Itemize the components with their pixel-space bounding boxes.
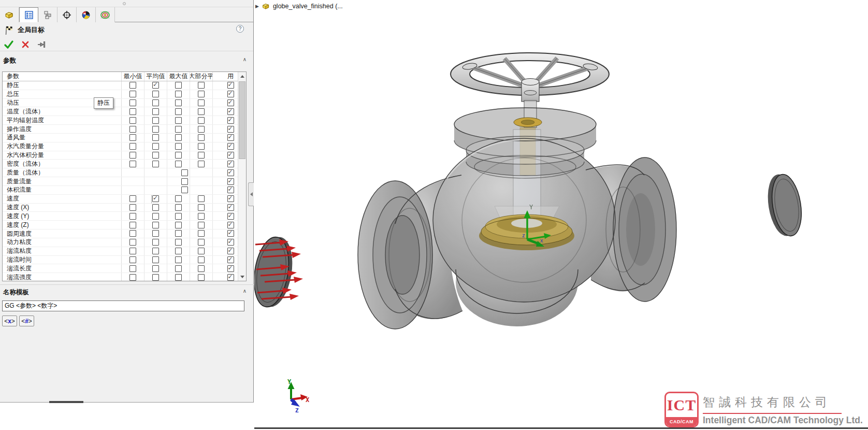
checkbox-avg[interactable] <box>152 256 159 263</box>
panel-grip-dot[interactable] <box>123 2 126 5</box>
checkbox-bulk[interactable] <box>198 265 205 272</box>
checkbox-max[interactable] <box>175 204 182 211</box>
checkbox-bulk[interactable] <box>198 108 205 115</box>
checkbox-max[interactable] <box>175 256 182 263</box>
checkbox-min[interactable] <box>129 239 136 246</box>
checkbox-bulk[interactable] <box>198 248 205 254</box>
table-row[interactable]: 速度 (X) <box>3 204 246 212</box>
checkbox-avg[interactable] <box>152 195 159 202</box>
feature-manager-tab[interactable] <box>0 7 19 22</box>
checkbox-use[interactable] <box>227 187 234 193</box>
graphics-viewport[interactable]: ▶ globe_valve_finished (... <box>254 0 868 430</box>
checkbox-avg[interactable] <box>152 108 159 115</box>
table-row[interactable]: 质量（流体） <box>3 168 246 177</box>
checkbox-min[interactable] <box>129 126 136 133</box>
table-row[interactable]: 静压 <box>3 81 246 90</box>
checkbox-avg[interactable] <box>152 204 159 211</box>
checkbox-value[interactable] <box>181 169 188 176</box>
checkbox-avg[interactable] <box>152 117 159 124</box>
property-manager-tab[interactable] <box>19 7 38 22</box>
flow-simulation-tab[interactable] <box>96 7 115 22</box>
checkbox-avg[interactable] <box>152 82 159 89</box>
checkbox-bulk[interactable] <box>198 256 205 263</box>
checkbox-avg[interactable] <box>152 239 159 246</box>
checkbox-use[interactable] <box>227 143 234 150</box>
checkbox-use[interactable] <box>227 213 234 220</box>
collapse-section-icon[interactable]: ∧ <box>243 56 247 62</box>
checkbox-use[interactable] <box>227 178 234 185</box>
checkbox-min[interactable] <box>129 143 136 150</box>
panel-collapse-handle[interactable] <box>248 182 254 206</box>
template-section-header[interactable]: 名称模板 ∧ <box>0 285 254 299</box>
checkbox-max[interactable] <box>175 248 182 254</box>
table-row[interactable]: 动力粘度 <box>3 238 246 247</box>
checkbox-min[interactable] <box>129 152 136 159</box>
checkbox-bulk[interactable] <box>198 274 205 281</box>
scroll-down-button[interactable] <box>238 273 247 281</box>
checkbox-min[interactable] <box>129 99 136 106</box>
pin-button[interactable] <box>37 40 47 49</box>
checkbox-avg[interactable] <box>152 265 159 272</box>
checkbox-use[interactable] <box>227 169 234 176</box>
checkbox-avg[interactable] <box>152 274 159 281</box>
checkbox-min[interactable] <box>129 274 136 281</box>
checkbox-min[interactable] <box>129 82 136 89</box>
checkbox-max[interactable] <box>175 161 182 167</box>
checkbox-use[interactable] <box>227 126 234 133</box>
checkbox-use[interactable] <box>227 117 234 124</box>
checkbox-avg[interactable] <box>152 222 159 228</box>
table-row[interactable]: 湍流强度 <box>3 273 246 281</box>
display-manager-tab[interactable] <box>77 7 96 22</box>
checkbox-bulk[interactable] <box>198 195 205 202</box>
help-icon[interactable]: ? <box>236 25 244 33</box>
checkbox-bulk[interactable] <box>198 99 205 106</box>
table-row[interactable]: 平均辐射温度 <box>3 116 246 125</box>
checkbox-bulk[interactable] <box>198 152 205 159</box>
checkbox-max[interactable] <box>175 117 182 124</box>
checkbox-use[interactable] <box>227 222 234 228</box>
collapse-section-icon[interactable]: ∧ <box>243 288 247 294</box>
checkbox-value[interactable] <box>181 178 188 185</box>
checkbox-max[interactable] <box>175 99 182 106</box>
table-row[interactable]: 密度（流体） <box>3 160 246 168</box>
checkbox-min[interactable] <box>129 91 136 97</box>
table-row[interactable]: 圆周速度 <box>3 230 246 238</box>
dimxpert-manager-tab[interactable] <box>57 7 77 22</box>
table-row[interactable]: 动压 <box>3 99 246 108</box>
checkbox-use[interactable] <box>227 274 234 281</box>
params-section-header[interactable]: 参数 ∧ <box>0 54 254 67</box>
checkbox-min[interactable] <box>129 161 136 167</box>
handwheel[interactable] <box>451 53 609 102</box>
checkbox-max[interactable] <box>175 239 182 246</box>
checkbox-use[interactable] <box>227 265 234 272</box>
checkbox-use[interactable] <box>227 108 234 115</box>
checkbox-use[interactable] <box>227 239 234 246</box>
table-row[interactable]: 水汽质量分量 <box>3 142 246 151</box>
checkbox-use[interactable] <box>227 134 234 141</box>
table-row[interactable]: 温度（流体） <box>3 107 246 116</box>
checkbox-min[interactable] <box>129 222 136 228</box>
template-button-#[interactable]: <#> <box>19 316 34 326</box>
checkbox-max[interactable] <box>175 213 182 220</box>
checkbox-max[interactable] <box>175 108 182 115</box>
checkbox-use[interactable] <box>227 195 234 202</box>
table-row[interactable]: 操作温度 <box>3 125 246 134</box>
checkbox-use[interactable] <box>227 82 234 89</box>
checkbox-min[interactable] <box>129 265 136 272</box>
checkbox-avg[interactable] <box>152 134 159 141</box>
checkbox-max[interactable] <box>175 274 182 281</box>
table-row[interactable]: 速度 <box>3 195 246 204</box>
checkbox-avg[interactable] <box>152 91 159 97</box>
checkbox-min[interactable] <box>129 134 136 141</box>
table-row[interactable]: 质量流量 <box>3 177 246 186</box>
graphics-canvas[interactable]: Y z x <box>254 0 868 430</box>
checkbox-use[interactable] <box>227 256 234 263</box>
checkbox-max[interactable] <box>175 152 182 159</box>
checkbox-min[interactable] <box>129 256 136 263</box>
scroll-up-button[interactable] <box>238 72 247 80</box>
checkbox-bulk[interactable] <box>198 134 205 141</box>
checkbox-max[interactable] <box>175 265 182 272</box>
checkbox-bulk[interactable] <box>198 161 205 167</box>
checkbox-bulk[interactable] <box>198 222 205 228</box>
checkbox-bulk[interactable] <box>198 230 205 237</box>
